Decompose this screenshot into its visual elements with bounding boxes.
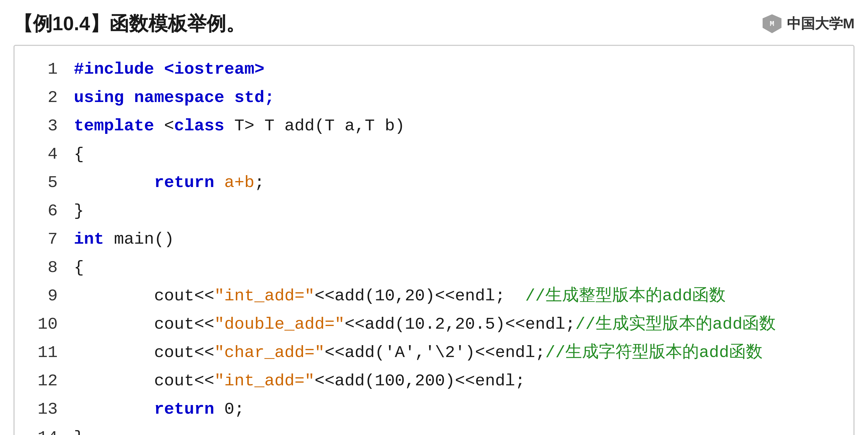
code-segment: { — [74, 255, 84, 280]
code-segment: 0; — [214, 397, 245, 422]
page-title: 【例10.4】函数模板举例。 — [13, 11, 245, 37]
line-number-2: 2 — [31, 85, 58, 110]
line-content-8: { — [74, 255, 84, 280]
code-segment: //生成整型版本的add函数 — [525, 283, 726, 309]
logo-area: M 中国大学M — [761, 13, 855, 34]
line-number-11: 11 — [31, 340, 58, 365]
line-content-13: return 0; — [74, 397, 245, 422]
line-number-14: 14 — [31, 425, 58, 435]
line-number-10: 10 — [31, 312, 58, 337]
code-segment: cout<< — [74, 368, 214, 394]
code-segment: //生成实型版本的add函数 — [575, 312, 776, 337]
code-line-3: 3template <class T> T add(T a,T b) — [31, 113, 837, 139]
code-line-6: 6} — [31, 198, 837, 224]
code-segment: main() — [104, 227, 174, 252]
code-line-10: 10 cout<<"double_add="<<add(10.2,20.5)<<… — [31, 312, 837, 337]
code-segment: <<add(10.2,20.5)<<endl; — [345, 312, 576, 337]
line-content-1: #include <iostream> — [74, 57, 265, 82]
code-segment: < — [154, 113, 174, 139]
line-number-12: 12 — [31, 368, 58, 394]
line-number-8: 8 — [31, 255, 58, 280]
code-line-4: 4{ — [31, 142, 837, 167]
line-number-5: 5 — [31, 170, 58, 195]
code-segment: cout<< — [74, 283, 214, 309]
logo-label: 中国大学M — [787, 14, 855, 33]
code-segment: "int_add=" — [214, 283, 315, 309]
svg-text:M: M — [770, 20, 774, 28]
code-segment: ; — [254, 170, 265, 195]
code-segment: <<add(100,200)<<endl; — [315, 368, 525, 394]
line-number-13: 13 — [31, 397, 58, 422]
line-content-3: template <class T> T add(T a,T b) — [74, 113, 405, 139]
line-number-4: 4 — [31, 142, 58, 167]
line-content-6: } — [74, 198, 84, 224]
code-segment: "int_add=" — [214, 368, 315, 394]
code-segment — [74, 397, 154, 422]
code-segment: return — [154, 397, 214, 422]
code-line-11: 11 cout<<"char_add="<<add('A','\2')<<end… — [31, 340, 837, 365]
code-line-8: 8{ — [31, 255, 837, 280]
code-segment: template — [74, 113, 154, 139]
code-segment: <<add(10,20)<<endl; — [315, 283, 525, 309]
line-content-9: cout<<"int_add="<<add(10,20)<<endl; //生成… — [74, 283, 726, 309]
line-content-10: cout<<"double_add="<<add(10.2,20.5)<<end… — [74, 312, 776, 337]
line-number-3: 3 — [31, 113, 58, 139]
code-segment: cout<< — [74, 312, 214, 337]
line-content-4: { — [74, 142, 84, 167]
code-segment: "double_add=" — [214, 312, 345, 337]
line-number-6: 6 — [31, 198, 58, 224]
code-line-14: 14} — [31, 425, 837, 435]
title-area: 【例10.4】函数模板举例。 M 中国大学M — [13, 11, 855, 37]
code-line-1: 1#include <iostream> — [31, 57, 837, 82]
logo-icon: M — [761, 13, 783, 34]
line-number-1: 1 — [31, 57, 58, 82]
line-content-14: } — [74, 425, 84, 435]
code-segment: "char_add=" — [214, 340, 324, 365]
line-content-7: int main() — [74, 227, 174, 252]
code-segment: using namespace std; — [74, 85, 274, 110]
code-line-5: 5 return a+b; — [31, 170, 837, 195]
code-segment: { — [74, 142, 84, 167]
page-container: 【例10.4】函数模板举例。 M 中国大学M 1#include <iostre… — [0, 0, 868, 435]
code-segment: <<add('A','\2')<<endl; — [324, 340, 545, 365]
line-content-5: return a+b; — [74, 170, 265, 195]
code-segment: } — [74, 425, 84, 435]
line-content-12: cout<<"int_add="<<add(100,200)<<endl; — [74, 368, 525, 394]
code-segment: //生成字符型版本的add函数 — [545, 340, 763, 365]
line-content-11: cout<<"char_add="<<add('A','\2')<<endl;/… — [74, 340, 763, 365]
code-line-7: 7int main() — [31, 227, 837, 252]
code-segment: class — [174, 113, 224, 139]
code-line-9: 9 cout<<"int_add="<<add(10,20)<<endl; //… — [31, 283, 837, 309]
code-segment: #include <iostream> — [74, 57, 265, 82]
code-segment: a+b — [224, 170, 254, 195]
code-segment: int — [74, 227, 104, 252]
code-line-2: 2using namespace std; — [31, 85, 837, 110]
line-number-9: 9 — [31, 283, 58, 309]
code-segment: } — [74, 198, 84, 224]
code-segment: T> T add(T a,T b) — [224, 113, 405, 139]
code-container: 1#include <iostream>2using namespace std… — [13, 45, 855, 435]
code-line-12: 12 cout<<"int_add="<<add(100,200)<<endl; — [31, 368, 837, 394]
code-segment: return — [74, 170, 224, 195]
line-number-7: 7 — [31, 227, 58, 252]
line-content-2: using namespace std; — [74, 85, 274, 110]
code-segment: cout<< — [74, 340, 214, 365]
code-line-13: 13 return 0; — [31, 397, 837, 422]
